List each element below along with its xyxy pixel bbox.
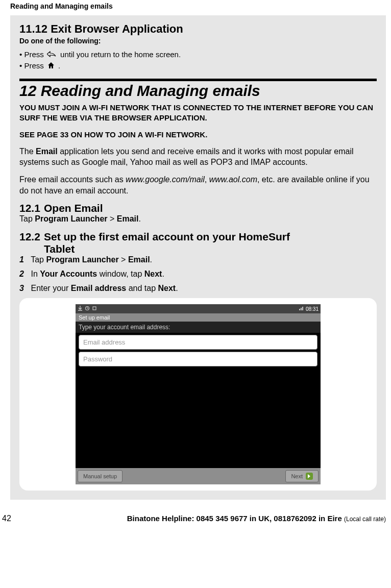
list-item: 1 Tap Program Launcher > Email. [19, 255, 377, 264]
wifi-warning-1: YOU MUST JOIN A WI-FI NETWORK THAT IS CO… [19, 103, 377, 124]
page-footer: 42 Binatone Helpline: 0845 345 9677 in U… [0, 500, 391, 528]
chapter-heading-12: 12 Reading and Managing emails [19, 82, 377, 100]
manual-setup-button[interactable]: Manual setup [78, 470, 123, 482]
wifi-warning-2: SEE PAGE 33 ON HOW TO JOIN A WI-FI NETWO… [19, 130, 377, 140]
status-bar: 08:31 [76, 304, 321, 313]
page-body: 11.12 Exit Browser Application Do one of… [10, 15, 386, 500]
helpline-text: Binatone Helpline: 0845 345 9677 in UK, … [43, 514, 386, 523]
section-divider [19, 79, 377, 81]
text-until-home: until you return to the home screen. [60, 50, 181, 59]
text-press: • Press [19, 61, 46, 70]
running-header: Reading and Managing emails [0, 0, 391, 15]
next-button[interactable]: Next [285, 470, 319, 482]
screen-empty-area [76, 369, 321, 468]
heading-12-2: 12.2Set up the first email account on yo… [19, 231, 377, 255]
download-icon [78, 306, 83, 312]
home-icon [47, 62, 55, 70]
exit-browser-steps: • Press until you return to the home scr… [19, 50, 377, 70]
notification-icon [92, 306, 97, 312]
sync-icon [85, 306, 90, 312]
embedded-screenshot: 08:31 Set up email Type your account ema… [19, 298, 377, 491]
screen-subtitle: Type your account email address: [76, 322, 321, 333]
open-email-instruction: Tap Program Launcher > Email. [19, 214, 377, 224]
page-number: 42 [0, 514, 43, 523]
list-item: • Press . [19, 61, 377, 71]
signal-icon [299, 306, 304, 312]
section-11-12: 11.12 Exit Browser Application Do one of… [19, 15, 377, 70]
list-item: 3 Enter your Email address and tap Next. [19, 284, 377, 293]
status-left-icons [78, 306, 97, 312]
status-time: 08:31 [306, 306, 319, 312]
screen-title-bar: Set up email [76, 313, 321, 322]
tablet-screen: 08:31 Set up email Type your account ema… [76, 304, 321, 484]
subheading-do-one: Do one of the following: [19, 37, 377, 45]
text-press: • Press [19, 50, 46, 59]
status-right: 08:31 [299, 306, 319, 312]
setup-steps-list: 1 Tap Program Launcher > Email. 2 In You… [19, 255, 377, 293]
email-app-description: The Email application lets you send and … [19, 146, 377, 168]
screen-bottom-bar: Manual setup Next [76, 468, 321, 484]
heading-12-1: 12.1Open Email [19, 202, 377, 214]
email-input[interactable]: Email address [79, 335, 317, 350]
list-item: • Press until you return to the home scr… [19, 50, 377, 60]
back-arrow-icon [47, 51, 57, 60]
text-period: . [58, 61, 60, 70]
heading-11-12: 11.12 Exit Browser Application [19, 22, 377, 36]
password-input[interactable]: Password [79, 352, 317, 366]
free-email-note: Free email accounts such as www.google.c… [19, 174, 377, 196]
forward-arrow-icon [306, 473, 313, 480]
list-item: 2 In Your Accounts window, tap Next. [19, 270, 377, 279]
svg-rect-1 [93, 307, 96, 310]
